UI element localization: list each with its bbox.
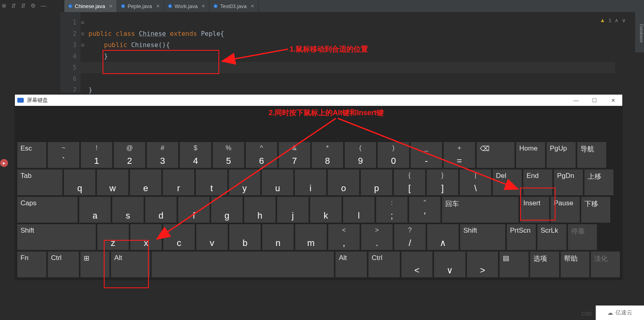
key-停靠[interactable]: 停靠 [568, 224, 597, 250]
key-Shift[interactable]: Shift [460, 224, 505, 250]
nav-down-icon[interactable]: ∨ [622, 17, 626, 23]
key-4[interactable]: $4 [180, 142, 211, 168]
tab-peple[interactable]: CPeple.java✕ [117, 0, 164, 12]
close-button[interactable]: ✕ [604, 95, 622, 106]
key-Fn[interactable]: Fn [17, 252, 46, 277]
key-,[interactable]: <, [328, 224, 360, 250]
nav-up-icon[interactable]: ∧ [615, 17, 619, 23]
key-上移[interactable]: 上移 [584, 169, 613, 195]
key-w[interactable]: w [97, 169, 128, 195]
key-PrtScn[interactable]: PrtScn [507, 224, 536, 250]
close-icon[interactable]: ✕ [156, 4, 160, 9]
key-p[interactable]: p [361, 169, 392, 195]
key-5[interactable]: %5 [213, 142, 244, 168]
tab-test03[interactable]: CTest03.java✕ [210, 0, 259, 12]
key-3[interactable]: #3 [147, 142, 178, 168]
key-Esc[interactable]: Esc [17, 142, 46, 168]
key-∧[interactable]: ∧ [427, 224, 459, 250]
key-∨[interactable]: ∨ [434, 252, 465, 277]
key-j[interactable]: j [277, 197, 309, 223]
key-m[interactable]: m [295, 224, 327, 250]
key-/[interactable]: ?/ [394, 224, 426, 250]
key-n[interactable]: n [262, 224, 294, 250]
key-space[interactable] [152, 252, 334, 277]
key-q[interactable]: q [64, 169, 95, 195]
key-\[interactable]: |\ [460, 169, 491, 195]
key-PgDn[interactable]: PgDn [554, 169, 583, 195]
key-Home[interactable]: Home [516, 142, 545, 168]
minimize-button[interactable]: — [567, 95, 585, 106]
key-v[interactable]: v [196, 224, 228, 250]
key-Ctrl[interactable]: Ctrl [368, 252, 400, 277]
key-Del[interactable]: Del [493, 169, 522, 195]
key-2[interactable]: @2 [114, 142, 145, 168]
icon-sort1[interactable]: ⇵ [11, 2, 16, 9]
minus-icon[interactable]: — [41, 2, 46, 9]
key-r[interactable]: r [163, 169, 194, 195]
key-Ctrl[interactable]: Ctrl [48, 252, 79, 277]
key-s[interactable]: s [112, 197, 144, 223]
key-帮助[interactable]: 帮助 [561, 252, 590, 277]
key-Tab[interactable]: Tab [17, 169, 62, 195]
gear-icon[interactable]: ⚙ [31, 2, 36, 9]
key-PgUp[interactable]: PgUp [547, 142, 576, 168]
key-选项[interactable]: 选项 [530, 252, 559, 277]
key-e[interactable]: e [130, 169, 161, 195]
key-9[interactable]: (9 [345, 142, 376, 168]
key-Shift[interactable]: Shift [17, 224, 96, 250]
annotation-text-2: 2.同时按下鼠标上的Alt键和Insert键 [269, 108, 384, 118]
key-下移[interactable]: 下移 [581, 197, 610, 223]
maximize-button[interactable]: ☐ [585, 95, 604, 106]
key-h[interactable]: h [244, 197, 276, 223]
key-u[interactable]: u [262, 169, 293, 195]
database-toolwindow[interactable]: Database [635, 12, 644, 52]
key--[interactable]: _- [411, 142, 442, 168]
key-t[interactable]: t [196, 169, 227, 195]
key-ScrLk[interactable]: ScrLk [537, 224, 566, 250]
tab-work[interactable]: CWork.java✕ [164, 0, 210, 12]
key-y[interactable]: y [229, 169, 260, 195]
key-;[interactable]: :; [376, 197, 407, 223]
key-l[interactable]: l [343, 197, 374, 223]
key-<[interactable]: < [401, 252, 433, 277]
key-Alt[interactable]: Alt [335, 252, 367, 277]
key-b[interactable]: b [229, 224, 261, 250]
key-8[interactable]: *8 [312, 142, 343, 168]
key-c[interactable]: c [163, 224, 195, 250]
key-d[interactable]: d [145, 197, 177, 223]
key-k[interactable]: k [310, 197, 342, 223]
icon-sort2[interactable]: ⇵ [21, 2, 26, 9]
key-⌫[interactable]: ⌫ [477, 142, 514, 168]
key->[interactable]: > [467, 252, 498, 277]
key-a[interactable]: a [79, 197, 111, 223]
key-6[interactable]: ^6 [246, 142, 277, 168]
run-badge-icon[interactable]: ▸ [0, 159, 8, 167]
key-o[interactable]: o [328, 169, 359, 195]
key-1[interactable]: !1 [81, 142, 112, 168]
key-][interactable]: }] [427, 169, 458, 195]
key-[[interactable]: {[ [394, 169, 425, 195]
fold-column[interactable]: ⊟⊟⊟ [81, 17, 84, 96]
key-▤[interactable]: ▤ [500, 252, 529, 277]
key-.[interactable]: >. [361, 224, 393, 250]
key-f[interactable]: f [178, 197, 210, 223]
close-icon[interactable]: ✕ [202, 4, 205, 9]
icon-add[interactable]: ⊕ [2, 2, 6, 9]
key-'[interactable]: "' [409, 197, 440, 223]
key-0[interactable]: )0 [378, 142, 409, 168]
tab-chinese[interactable]: CChinese.java✕ [64, 0, 117, 12]
key-7[interactable]: &7 [279, 142, 310, 168]
key-淡化[interactable]: 淡化 [591, 252, 620, 277]
key-`[interactable]: ~` [48, 142, 79, 168]
key-g[interactable]: g [211, 197, 243, 223]
key-Caps[interactable]: Caps [17, 197, 78, 223]
key-i[interactable]: i [295, 169, 326, 195]
key-回车[interactable]: 回车 [442, 197, 518, 223]
close-icon[interactable]: ✕ [251, 4, 254, 9]
osk-titlebar[interactable]: 屏幕键盘 — ☐ ✕ [15, 95, 622, 106]
key-导航[interactable]: 导航 [577, 142, 606, 168]
warning-icon[interactable]: ▲ [600, 17, 605, 23]
key-=[interactable]: += [444, 142, 475, 168]
close-icon[interactable]: ✕ [109, 4, 113, 9]
java-icon: C [168, 4, 172, 8]
